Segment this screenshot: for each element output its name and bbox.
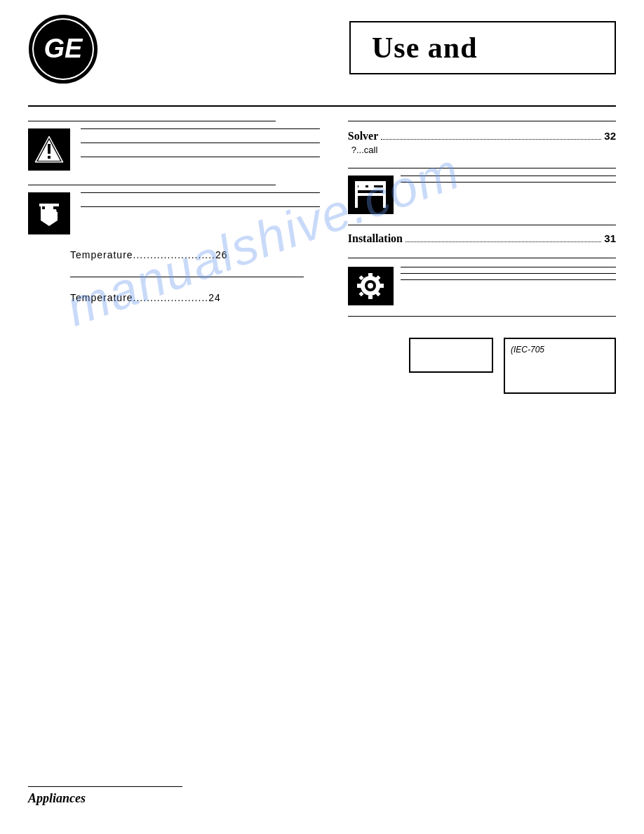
installation-label: Installation [348, 232, 403, 245]
svg-rect-22 [368, 273, 373, 277]
solver-label: Solver [348, 130, 379, 143]
bottom-box-left [409, 338, 493, 373]
motor-gear-icon [353, 270, 388, 302]
temp-label-2: Temperature......................24 [70, 292, 221, 303]
top-divider [28, 105, 616, 107]
pointer-section [28, 192, 320, 234]
solver-page: 32 [604, 130, 616, 142]
solver-entry: Solver 32 ?...call [348, 130, 616, 155]
bottom-box-right: (IEC-705 [504, 338, 616, 394]
installation-row: Installation 31 [348, 232, 616, 245]
svg-rect-10 [48, 156, 51, 159]
hand-icon-box [28, 192, 70, 234]
temp-label-1: Temperature........................26 [70, 249, 228, 260]
svg-rect-25 [380, 284, 384, 288]
warning-lines [81, 128, 320, 171]
pointer-lines [81, 192, 320, 220]
header: GE Use and [28, 14, 616, 84]
page: GE Use and manualshive.com [0, 0, 644, 834]
bottom-boxes: (IEC-705 [348, 338, 616, 394]
hand-pointer-icon [34, 198, 65, 229]
main-content: Temperature........................26 Te… [28, 121, 616, 394]
temp-entry-1: Temperature........................26 [28, 249, 320, 261]
footer-divider [28, 786, 182, 787]
title-box: Use and [349, 21, 616, 74]
svg-rect-17 [358, 183, 365, 187]
temp-entry-2: Temperature......................24 [28, 291, 320, 304]
svg-rect-9 [48, 144, 51, 154]
iec-text: (IEC-705 [511, 345, 544, 355]
svg-rect-28 [359, 291, 364, 296]
gear-icon-box [348, 267, 394, 305]
solver-row: Solver 32 [348, 130, 616, 143]
solver-sub: ?...call [351, 145, 616, 155]
svg-rect-23 [368, 296, 373, 299]
warning-icon-box [28, 128, 70, 171]
svg-rect-18 [368, 183, 374, 187]
svg-text:GE: GE [44, 34, 84, 63]
svg-rect-16 [383, 181, 386, 208]
svg-point-21 [368, 283, 373, 289]
svg-rect-14 [355, 193, 386, 196]
svg-rect-13 [355, 187, 386, 190]
shelf-icon-box [348, 176, 394, 214]
left-column: Temperature........................26 Te… [28, 121, 334, 394]
temperature-entries: Temperature........................26 Te… [28, 249, 320, 304]
installation-page: 31 [604, 232, 616, 244]
installation-entry: Installation 31 [348, 232, 616, 245]
gear-section-lines [401, 267, 616, 286]
svg-rect-24 [357, 284, 361, 288]
footer: Appliances [28, 786, 616, 806]
warning-triangle-icon [34, 134, 65, 165]
appliances-label: Appliances [28, 791, 86, 805]
title-text: Use and [372, 32, 478, 64]
right-section-lines [401, 176, 616, 188]
right-column: Solver 32 ?...call [334, 121, 616, 394]
warning-section [28, 128, 320, 171]
svg-rect-15 [355, 181, 358, 208]
shelf-icon [353, 179, 388, 211]
ge-logo: GE [28, 14, 98, 84]
